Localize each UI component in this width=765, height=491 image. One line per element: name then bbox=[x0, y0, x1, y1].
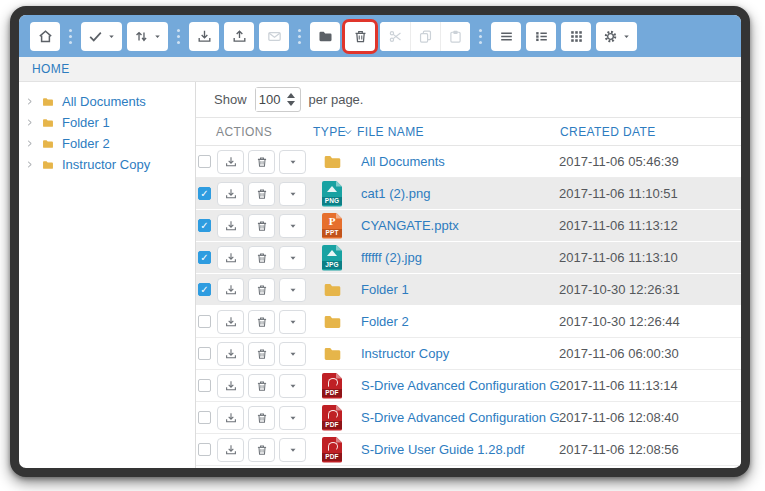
sort-button[interactable] bbox=[127, 22, 168, 51]
copy-icon bbox=[417, 28, 434, 45]
created-date: 2017-11-06 12:08:40 bbox=[559, 410, 741, 425]
row-delete-button[interactable] bbox=[248, 150, 275, 174]
row-delete-button[interactable] bbox=[248, 342, 275, 366]
row-checkbox[interactable] bbox=[198, 347, 211, 360]
file-name-link[interactable]: S-Drive Advanced Configuration Gui... bbox=[361, 410, 559, 425]
sidebar-item-folder-1[interactable]: Folder 1 bbox=[19, 112, 195, 133]
row-checkbox[interactable] bbox=[198, 411, 211, 424]
row-checkbox[interactable] bbox=[198, 283, 211, 296]
row-download-button[interactable] bbox=[217, 182, 244, 206]
file-name-link[interactable]: All Documents bbox=[361, 154, 445, 169]
row-more-button[interactable] bbox=[279, 310, 306, 334]
stepper-down-icon[interactable] bbox=[287, 101, 295, 106]
file-name-link[interactable]: CYANGATE.pptx bbox=[361, 218, 459, 233]
row-checkbox[interactable] bbox=[198, 187, 211, 200]
column-header-type[interactable]: TYPE bbox=[313, 125, 346, 139]
new-folder-button[interactable] bbox=[310, 22, 340, 51]
row-download-button[interactable] bbox=[217, 150, 244, 174]
email-button bbox=[259, 22, 289, 51]
row-delete-button[interactable] bbox=[248, 406, 275, 430]
folder-tree-sidebar: All DocumentsFolder 1Folder 2Instructor … bbox=[19, 82, 196, 468]
download-icon bbox=[224, 187, 238, 201]
ppt-file-icon: PPPT bbox=[322, 213, 342, 239]
row-more-button[interactable] bbox=[279, 150, 306, 174]
upload-button[interactable] bbox=[224, 22, 254, 51]
file-manager-window: HOME All DocumentsFolder 1Folder 2Instru… bbox=[10, 6, 750, 477]
per-page-spinner bbox=[255, 87, 301, 112]
row-download-button[interactable] bbox=[217, 374, 244, 398]
row-download-button[interactable] bbox=[217, 342, 244, 366]
file-type-label: JPG bbox=[322, 261, 342, 269]
row-delete-button[interactable] bbox=[248, 278, 275, 302]
download-icon bbox=[224, 283, 238, 297]
row-checkbox[interactable] bbox=[198, 155, 211, 168]
grid-icon bbox=[568, 28, 585, 45]
breadcrumb-home-link[interactable]: HOME bbox=[32, 62, 70, 76]
row-checkbox[interactable] bbox=[198, 219, 211, 232]
file-name-link[interactable]: ffffff (2).jpg bbox=[361, 250, 422, 265]
row-checkbox[interactable] bbox=[198, 315, 211, 328]
select-all-button[interactable] bbox=[81, 22, 122, 51]
trash-icon bbox=[255, 411, 269, 425]
row-checkbox[interactable] bbox=[198, 379, 211, 392]
row-delete-button[interactable] bbox=[248, 246, 275, 270]
file-name-link[interactable]: S-Drive User Guide 1.28.pdf bbox=[361, 442, 524, 457]
row-more-button[interactable] bbox=[279, 438, 306, 462]
created-date: 2017-11-06 06:00:30 bbox=[559, 346, 741, 361]
created-date: 2017-11-06 12:08:56 bbox=[559, 442, 741, 457]
caret-down-icon bbox=[107, 32, 116, 41]
folder-icon bbox=[317, 28, 334, 45]
row-delete-button[interactable] bbox=[248, 214, 275, 238]
file-name-link[interactable]: Instructor Copy bbox=[361, 346, 449, 361]
row-delete-button[interactable] bbox=[248, 374, 275, 398]
detail-view-button[interactable] bbox=[526, 22, 556, 51]
row-more-button[interactable] bbox=[279, 406, 306, 430]
row-checkbox[interactable] bbox=[198, 251, 211, 264]
grid-view-button[interactable] bbox=[561, 22, 591, 51]
download-icon bbox=[224, 155, 238, 169]
sidebar-item-all-documents[interactable]: All Documents bbox=[19, 91, 195, 112]
caret-down-icon bbox=[288, 253, 298, 263]
row-more-button[interactable] bbox=[279, 374, 306, 398]
row-download-button[interactable] bbox=[217, 278, 244, 302]
settings-button[interactable] bbox=[596, 22, 637, 51]
sidebar-item-folder-2[interactable]: Folder 2 bbox=[19, 133, 195, 154]
row-more-button[interactable] bbox=[279, 214, 306, 238]
delete-button[interactable] bbox=[345, 22, 375, 51]
row-more-button[interactable] bbox=[279, 342, 306, 366]
row-more-button[interactable] bbox=[279, 278, 306, 302]
file-name-link[interactable]: S-Drive Advanced Configuration Gui... bbox=[361, 378, 559, 393]
row-download-button[interactable] bbox=[217, 406, 244, 430]
row-download-button[interactable] bbox=[217, 214, 244, 238]
column-header-created-date[interactable]: CREATED DATE bbox=[560, 125, 656, 139]
row-download-button[interactable] bbox=[217, 438, 244, 462]
row-checkbox[interactable] bbox=[198, 443, 211, 456]
row-download-button[interactable] bbox=[217, 310, 244, 334]
file-name-link[interactable]: Folder 2 bbox=[361, 314, 409, 329]
folder-icon bbox=[320, 311, 345, 333]
file-name-link[interactable]: cat1 (2).png bbox=[361, 186, 430, 201]
home-button[interactable] bbox=[30, 22, 60, 51]
file-type-label: PDF bbox=[322, 453, 342, 461]
row-delete-button[interactable] bbox=[248, 310, 275, 334]
per-page-bar: Show per page. bbox=[196, 82, 741, 118]
list-icon bbox=[498, 28, 515, 45]
per-page-stepper[interactable] bbox=[284, 88, 298, 111]
download-button[interactable] bbox=[189, 22, 219, 51]
row-download-button[interactable] bbox=[217, 246, 244, 270]
sidebar-item-label: Instructor Copy bbox=[62, 157, 150, 172]
per-page-input[interactable] bbox=[256, 88, 284, 111]
row-delete-button[interactable] bbox=[248, 182, 275, 206]
stepper-up-icon[interactable] bbox=[287, 93, 295, 98]
file-name-link[interactable]: Folder 1 bbox=[361, 282, 409, 297]
sidebar-item-instructor-copy[interactable]: Instructor Copy bbox=[19, 154, 195, 175]
row-delete-button[interactable] bbox=[248, 438, 275, 462]
list-view-button[interactable] bbox=[491, 22, 521, 51]
folder-icon bbox=[320, 343, 345, 365]
row-more-button[interactable] bbox=[279, 182, 306, 206]
scissors-icon bbox=[387, 28, 404, 45]
upload-icon bbox=[231, 28, 248, 45]
trash-icon bbox=[255, 347, 269, 361]
row-more-button[interactable] bbox=[279, 246, 306, 270]
column-header-file-name[interactable]: FILE NAME bbox=[343, 125, 424, 139]
